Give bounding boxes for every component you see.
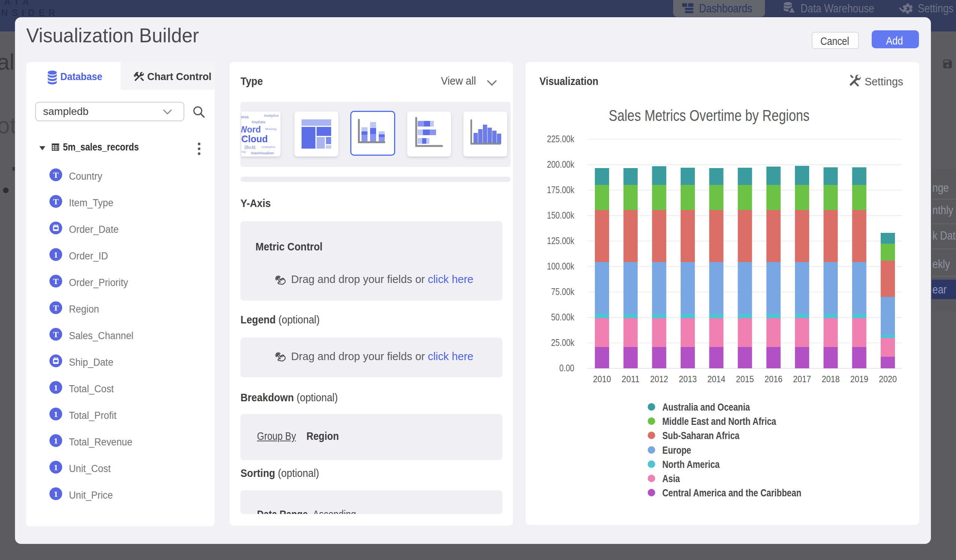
svg-text:DataVisualizer: DataVisualizer <box>251 151 274 155</box>
svg-text:1: 1 <box>54 463 58 472</box>
svg-text:2014: 2014 <box>707 374 725 384</box>
svg-text:Middle East and North Africa: Middle East and North Africa <box>662 415 777 427</box>
svg-text:1: 1 <box>54 383 58 392</box>
svg-text:Cloud: Cloud <box>241 133 268 144</box>
svg-text:[Su,b]: [Su,b] <box>245 145 255 149</box>
svg-text:2013: 2013 <box>679 374 697 384</box>
svg-text:Asia: Asia <box>662 472 680 485</box>
svg-text:1: 1 <box>54 436 58 445</box>
svg-text:Central America and the Caribb: Central America and the Caribbean <box>662 486 801 499</box>
svg-text:75.00k: 75.00k <box>551 286 575 297</box>
svg-text:2012: 2012 <box>650 374 668 384</box>
svg-text:1: 1 <box>54 409 58 419</box>
svg-text:Sub-Saharan Africa: Sub-Saharan Africa <box>662 429 740 441</box>
svg-text:T: T <box>53 303 59 312</box>
svg-text:Analytics: Analytics <box>264 114 279 118</box>
svg-text:North America: North America <box>662 458 720 470</box>
svg-text:2015: 2015 <box>736 374 754 384</box>
svg-text:Europe: Europe <box>662 444 691 456</box>
svg-text:T: T <box>53 197 59 206</box>
svg-text:0.00: 0.00 <box>559 362 574 373</box>
svg-text:1: 1 <box>54 489 58 499</box>
svg-text:100.00k: 100.00k <box>547 260 575 272</box>
svg-text:2010: 2010 <box>593 374 611 384</box>
svg-text:Australia and Oceania: Australia and Oceania <box>662 401 750 413</box>
svg-text:Word: Word <box>241 125 261 134</box>
svg-text:175.00k: 175.00k <box>547 184 575 195</box>
svg-text:50.00k: 50.00k <box>551 311 575 323</box>
svg-text:200.00k: 200.00k <box>547 159 575 170</box>
svg-text:2018: 2018 <box>822 374 840 384</box>
svg-text:225.00k: 225.00k <box>547 133 575 144</box>
svg-text:2016: 2016 <box>764 374 783 384</box>
svg-text:25.00k: 25.00k <box>551 337 575 348</box>
svg-text:Sales Metrics Overtime by Regi: Sales Metrics Overtime by Regions <box>609 107 810 124</box>
svg-text:anny: anny <box>241 150 246 154</box>
svg-text:examples: examples <box>261 145 275 149</box>
svg-text:2017: 2017 <box>793 374 811 384</box>
svg-text:iness: iness <box>241 115 249 119</box>
svg-text:125.00k: 125.00k <box>547 235 575 246</box>
svg-text:KeyData: KeyData <box>252 120 266 124</box>
svg-text:1: 1 <box>54 250 58 259</box>
svg-text:T: T <box>53 277 59 286</box>
svg-text:2019: 2019 <box>851 374 868 384</box>
svg-text:T: T <box>53 170 59 180</box>
svg-text:T: T <box>53 330 59 339</box>
svg-text:150.00k: 150.00k <box>547 210 575 221</box>
svg-text:Missing: Missing <box>265 127 277 131</box>
svg-text:2011: 2011 <box>621 374 640 384</box>
svg-text:2020: 2020 <box>879 374 897 384</box>
svg-text:eral: eral <box>241 136 245 139</box>
